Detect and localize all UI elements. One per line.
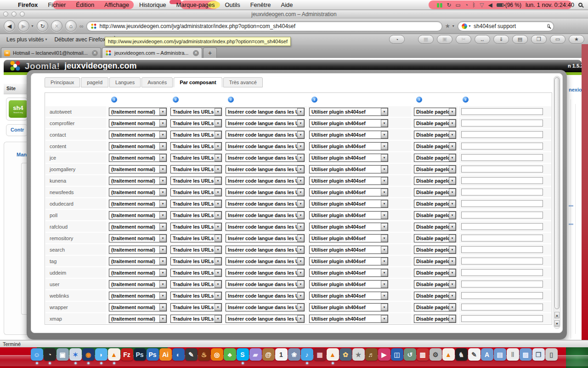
config-select-0[interactable]: (traitement normal)▼ — [109, 200, 167, 208]
config-select-2[interactable]: Insérer code langue dans les URL▼ — [226, 188, 305, 196]
config-select-1[interactable]: Traduire les URLs▼ — [170, 223, 222, 231]
config-select-3[interactable]: Utiliser plugin sh404sef▼ — [309, 131, 388, 139]
stop-button[interactable]: ✕ — [51, 20, 62, 32]
config-select-0[interactable]: (traitement normal)▼ — [109, 119, 167, 127]
config-select-0[interactable]: (traitement normal)▼ — [109, 154, 167, 162]
dock-icon-browser-globe[interactable]: ◐ — [172, 348, 185, 361]
info-icon[interactable]: i — [228, 97, 234, 103]
config-select-4[interactable]: Disable pageId▼ — [414, 142, 456, 150]
config-select-4[interactable]: Disable pageId▼ — [414, 246, 456, 254]
dock-icon-media-app[interactable]: ▶ — [378, 348, 390, 361]
config-select-3[interactable]: Utiliser plugin sh404sef▼ — [309, 177, 388, 185]
config-select-2[interactable]: Insérer code langue dans les URL▼ — [226, 200, 305, 208]
dock-icon-folder-purple[interactable]: ▰ — [249, 348, 262, 361]
config-select-1[interactable]: Traduire les URLs▼ — [170, 315, 222, 323]
info-icon[interactable]: i — [173, 97, 179, 103]
battery-icon[interactable]: (96 %) — [497, 2, 521, 8]
config-select-2[interactable]: Insérer code langue dans les URL▼ — [226, 223, 305, 231]
info-icon[interactable]: i — [311, 97, 317, 103]
dock-icon-photoshop-2[interactable]: Ps — [147, 348, 159, 361]
config-select-1[interactable]: Traduire les URLs▼ — [170, 211, 222, 219]
config-select-2[interactable]: Insérer code langue dans les URL▼ — [226, 280, 305, 288]
menu-item-outils[interactable]: Outils — [220, 0, 245, 10]
config-select-4[interactable]: Disable pageId▼ — [414, 108, 456, 116]
config-select-1[interactable]: Traduire les URLs▼ — [170, 234, 222, 242]
config-select-1[interactable]: Traduire les URLs▼ — [170, 269, 222, 277]
back-button[interactable]: ◀ — [4, 20, 15, 32]
home-button[interactable]: ⌂ — [65, 20, 77, 32]
config-select-1[interactable]: Traduire les URLs▼ — [170, 119, 222, 127]
config-select-3[interactable]: Utiliser plugin sh404sef▼ — [309, 188, 388, 196]
airport-icon[interactable]: ▽ — [480, 0, 484, 10]
browser-tab-hotmail-le[interactable]: ✉Hotmail – leclanevil01@hotmail...✕ — [1, 47, 101, 58]
config-select-0[interactable]: (traitement normal)▼ — [109, 246, 167, 254]
config-select-3[interactable]: Utiliser plugin sh404sef▼ — [309, 223, 388, 231]
bookmark-item-les-plus-visit-s[interactable]: Les plus visités▾ — [3, 36, 51, 43]
config-select-2[interactable]: Insérer code langue dans les URL▼ — [226, 108, 305, 116]
config-select-2[interactable]: Insérer code langue dans les URL▼ — [226, 315, 305, 323]
dock-icon-front-row[interactable]: ▦ — [314, 348, 326, 361]
dock-icon-illustrator[interactable]: Ai — [159, 348, 172, 361]
menu-item-marque-pages[interactable]: Marque-pages — [171, 0, 220, 10]
dialog-tab-langues[interactable]: Langues — [109, 77, 141, 87]
tab-close-icon[interactable]: ✕ — [92, 50, 98, 56]
save-button[interactable]: ⇓ — [493, 35, 509, 44]
dock-icon-ichat[interactable]: ◗ — [95, 348, 107, 361]
forward-button[interactable]: ▶ — [18, 20, 29, 32]
print-button[interactable]: ▤ — [512, 35, 528, 44]
config-select-4[interactable]: Disable pageId▼ — [414, 119, 456, 127]
quick-bookmark-icon[interactable]: ∞ — [79, 23, 84, 29]
new-tab-button[interactable]: ▭ — [550, 35, 565, 44]
custom-value-input[interactable] — [461, 189, 543, 196]
config-select-4[interactable]: Disable pageId▼ — [414, 131, 456, 139]
dock-icon-vlc-3[interactable]: ▲ — [442, 348, 455, 361]
config-select-0[interactable]: (traitement normal)▼ — [109, 315, 167, 323]
scroll-down-button[interactable]: ▼ — [554, 320, 560, 327]
dock-icon-mail-photo[interactable]: ❀ — [288, 348, 300, 361]
dock-icon-iphoto[interactable]: ✿ — [339, 348, 352, 361]
config-select-4[interactable]: Disable pageId▼ — [414, 303, 456, 311]
dock-icon-white-box-app[interactable]: ‖ — [507, 348, 519, 361]
menu-item-historique[interactable]: Historique — [134, 0, 171, 10]
config-select-2[interactable]: Insérer code langue dans les URL▼ — [226, 131, 305, 139]
dock-icon-groups-app[interactable]: ♣ — [224, 348, 236, 361]
config-select-4[interactable]: Disable pageId▼ — [414, 234, 456, 242]
config-select-3[interactable]: Utiliser plugin sh404sef▼ — [309, 165, 388, 173]
dock-icon-folder-applications[interactable]: A — [481, 348, 493, 361]
reload-button[interactable]: ↻ — [37, 20, 48, 32]
bookmark-item-d-buter-avec-firefox[interactable]: Débuter avec Firefox — [51, 36, 109, 43]
config-select-2[interactable]: Insérer code langue dans les URL▼ — [226, 142, 305, 150]
config-select-3[interactable]: Utiliser plugin sh404sef▼ — [309, 269, 388, 277]
time-machine-menu-icon[interactable]: ◔ — [465, 0, 468, 10]
custom-value-input[interactable] — [461, 166, 543, 172]
google-search-engine-icon[interactable] — [462, 23, 467, 29]
custom-value-input[interactable] — [461, 304, 543, 310]
config-select-0[interactable]: (traitement normal)▼ — [109, 292, 167, 300]
config-select-1[interactable]: Traduire les URLs▼ — [170, 188, 222, 196]
custom-value-input[interactable] — [461, 223, 543, 230]
info-icon[interactable]: i — [111, 97, 117, 103]
dock-icon-windows-app[interactable]: ❐ — [532, 348, 545, 361]
custom-value-input[interactable] — [461, 212, 543, 218]
config-select-1[interactable]: Traduire les URLs▼ — [170, 177, 222, 185]
search-bar[interactable]: ▼ — [458, 21, 554, 31]
config-select-1[interactable]: Traduire les URLs▼ — [170, 154, 222, 162]
dock-icon-screen-app[interactable]: ◫ — [391, 348, 403, 361]
config-select-2[interactable]: Insérer code langue dans les URL▼ — [226, 211, 305, 219]
config-select-4[interactable]: Disable pageId▼ — [414, 165, 456, 173]
custom-value-input[interactable] — [461, 108, 543, 115]
dock-icon-star-app[interactable]: ★ — [352, 348, 365, 361]
dock-icon-folder-blue[interactable]: ▨ — [520, 348, 532, 361]
volume-icon[interactable]: ◀ — [488, 0, 492, 10]
config-select-2[interactable]: Insérer code langue dans les URL▼ — [226, 303, 305, 311]
dock-icon-photoshop-1[interactable]: Ps — [134, 348, 146, 361]
config-select-1[interactable]: Traduire les URLs▼ — [170, 108, 222, 116]
menu-item-dition[interactable]: Édition — [71, 0, 99, 10]
dock-icon-quill-app[interactable]: ✎ — [185, 348, 198, 361]
tab-close-icon[interactable]: ✕ — [193, 50, 199, 56]
custom-value-input[interactable] — [461, 292, 543, 299]
spotlight-icon[interactable] — [578, 3, 582, 7]
custom-value-input[interactable] — [461, 154, 543, 161]
search-input[interactable] — [474, 23, 545, 29]
dock-icon-textedit[interactable]: ✎ — [468, 348, 481, 361]
